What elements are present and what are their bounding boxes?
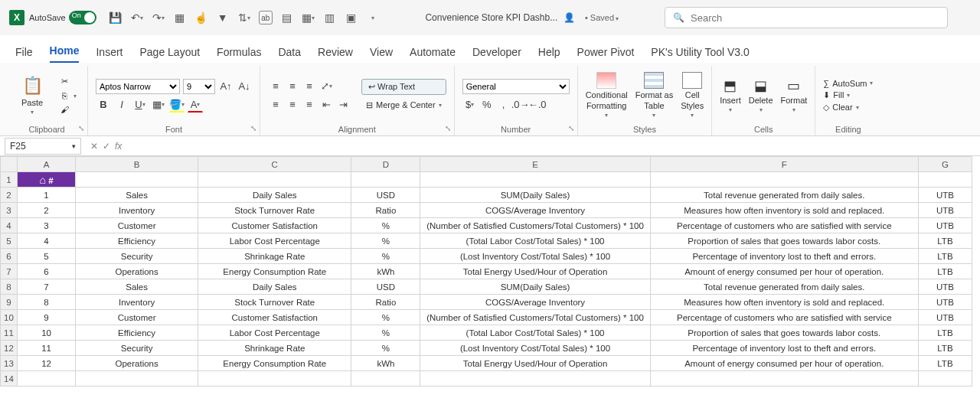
saved-status[interactable]: • Saved [585,13,619,22]
row-head-6[interactable]: 6 [1,249,18,264]
sort-icon[interactable]: ⇅ [237,11,251,24]
cell-A14[interactable] [18,371,76,387]
calc-icon[interactable]: ▥ [323,11,337,24]
cell-D5[interactable]: % [351,233,420,249]
freeze-icon[interactable]: ab [259,11,273,24]
cell-F7[interactable]: Amount of energy consumed per hour of op… [650,264,918,279]
cell-C14[interactable] [198,371,351,387]
row-head-2[interactable]: 2 [1,188,18,203]
row-head-1[interactable]: 1 [1,172,18,188]
cell-B12[interactable]: Security [76,341,198,356]
italic-button[interactable]: I [114,97,129,113]
tab-insert[interactable]: Insert [96,46,122,63]
cell-F12[interactable]: Percentage of inventory lost to theft an… [650,341,918,356]
cell-E7[interactable]: Total Energy Used/Hour of Operation [420,264,650,279]
align-center-icon[interactable]: ≡ [285,97,300,113]
cell-D4[interactable]: % [351,218,420,233]
comma-icon[interactable]: , [496,97,511,113]
cell-G6[interactable]: LTB [918,249,972,264]
cell-G8[interactable]: UTB [918,279,972,295]
cell-A11[interactable]: 10 [18,325,76,341]
table-row[interactable]: 1312OperationsEnergy Consumption RatekWh… [1,356,972,371]
cell-G2[interactable]: UTB [918,188,972,203]
cell-C5[interactable]: Labor Cost Percentage [198,233,351,249]
cell-D9[interactable]: Ratio [351,295,420,310]
cell-C2[interactable]: Daily Sales [198,188,351,203]
decrease-font-icon[interactable]: A↓ [237,79,252,94]
align-right-icon[interactable]: ≡ [302,97,317,113]
wrap-text-button[interactable]: ↩ Wrap Text [361,79,446,95]
row-head-14[interactable]: 14 [1,371,18,387]
format-as-table-button[interactable]: Format as Table [635,72,674,119]
filter-icon[interactable]: ▼ [216,11,230,24]
bold-button[interactable]: B [96,97,111,113]
format-cells-button[interactable]: ▭Format [781,77,808,113]
tab-developer[interactable]: Developer [472,46,521,63]
tab-automate[interactable]: Automate [410,46,456,63]
row-head-10[interactable]: 10 [1,310,18,325]
col-E[interactable]: E [420,157,650,172]
cut-button[interactable]: ✂ [55,76,80,87]
tab-page-layout[interactable]: Page Layout [139,46,200,63]
table-row-empty[interactable]: 14 [1,371,972,387]
col-D[interactable]: D [351,157,420,172]
fx-icon[interactable]: fx [115,141,122,152]
cell-D10[interactable]: % [351,310,420,325]
cell-A7[interactable]: 6 [18,264,76,279]
cell-B11[interactable]: Efficiency [76,325,198,341]
cell-D8[interactable]: USD [351,279,420,295]
fill-button[interactable]: ⬇ Fill [823,90,873,100]
align-middle-icon[interactable]: ≡ [285,79,300,94]
cell-A3[interactable]: 2 [18,203,76,218]
tab-file[interactable]: File [15,46,33,63]
cell-A9[interactable]: 8 [18,295,76,310]
cell-B5[interactable]: Efficiency [76,233,198,249]
border-button[interactable]: ▦ [151,97,166,113]
table-row[interactable]: 32InventoryStock Turnover RateRatioCOGS/… [1,203,972,218]
align-top-icon[interactable]: ≡ [268,79,283,94]
insert-cells-button[interactable]: ⬒Insert [720,77,741,113]
cell-F11[interactable]: Proportion of sales that goes towards la… [650,325,918,341]
cell-E10[interactable]: (Number of Satisfied Customers/Total Cus… [420,310,650,325]
search-box[interactable]: 🔍 [665,7,948,28]
cell-D3[interactable]: Ratio [351,203,420,218]
save-icon[interactable]: 💾 [109,11,122,24]
cell-G1[interactable]: Type [918,172,972,188]
cell-C4[interactable]: Customer Satisfaction [198,218,351,233]
cell-A10[interactable]: 9 [18,310,76,325]
tab-review[interactable]: Review [318,46,353,63]
undo-icon[interactable]: ↶ [130,11,144,24]
clipboard-launcher-icon[interactable]: ⤡ [78,124,84,132]
more-qat-icon[interactable] [366,11,380,24]
table-row[interactable]: 1211SecurityShrinkage Rate%(Lost Invento… [1,341,972,356]
cell-C3[interactable]: Stock Turnover Rate [198,203,351,218]
cell-G3[interactable]: UTB [918,203,972,218]
cell-B10[interactable]: Customer [76,310,198,325]
cell-E8[interactable]: SUM(Daily Sales) [420,279,650,295]
cell-A2[interactable]: 1 [18,188,76,203]
tab-help[interactable]: Help [538,46,560,63]
cell-E14[interactable] [420,371,650,387]
cell-C12[interactable]: Shrinkage Rate [198,341,351,356]
tab-power-pivot[interactable]: Power Pivot [577,46,635,63]
delete-cells-button[interactable]: ⬓Delete [749,77,773,113]
col-B[interactable]: B [76,157,198,172]
cell-G5[interactable]: LTB [918,233,972,249]
tab-home[interactable]: Home [50,44,80,63]
tab-data[interactable]: Data [278,46,301,63]
autosave-toggle[interactable]: On [69,11,96,24]
paste-button[interactable]: 📋 Paste [14,73,51,117]
clear-button[interactable]: ◇ Clear [823,103,873,113]
cell-D14[interactable] [351,371,420,387]
cell-B1[interactable]: KPI Group [76,172,198,188]
cell-F6[interactable]: Percentage of inventory lost to theft an… [650,249,918,264]
cell-G7[interactable]: LTB [918,264,972,279]
cell-C11[interactable]: Labor Cost Percentage [198,325,351,341]
grid-icon[interactable]: ▦ [173,11,187,24]
table-row[interactable]: 65SecurityShrinkage Rate%(Lost Inventory… [1,249,972,264]
cell-F8[interactable]: Total revenue generated from daily sales… [650,279,918,295]
cell-G4[interactable]: UTB [918,218,972,233]
cell-G10[interactable]: UTB [918,310,972,325]
cell-B9[interactable]: Inventory [76,295,198,310]
cell-C13[interactable]: Energy Consumption Rate [198,356,351,371]
